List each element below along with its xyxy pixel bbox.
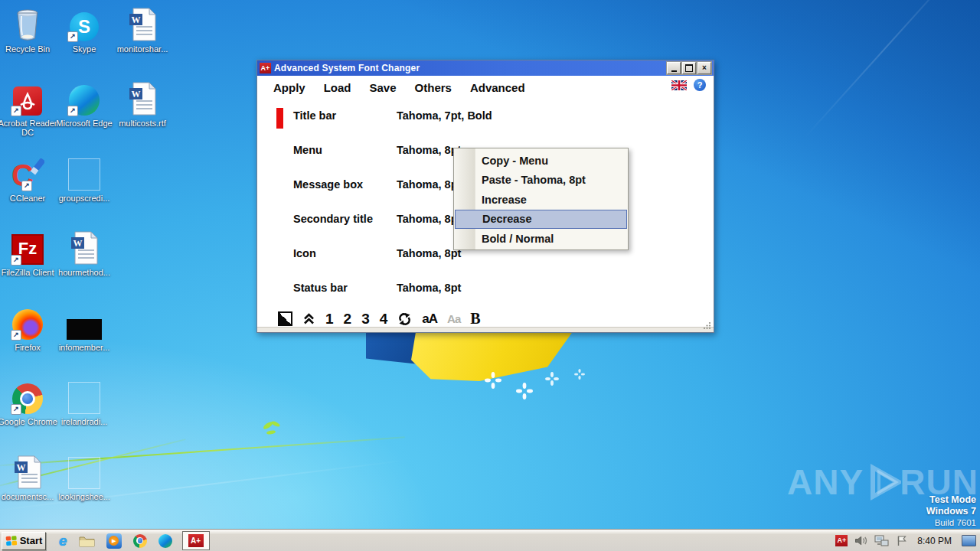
row-label: Message box	[293, 178, 363, 191]
window-menubar: Apply Load Save Others Advanced ?	[257, 76, 714, 99]
desktop-icon-label: multicosts.rtf	[108, 119, 177, 128]
desktop-icon-ccleaner[interactable]: C↗ CCleaner	[0, 155, 55, 203]
windows-logo-icon	[5, 535, 18, 546]
context-item-label: Bold / Normal	[482, 233, 554, 245]
desktop-icon-label: monitorshar...	[108, 44, 177, 54]
context-item-decrease[interactable]: Decrease	[455, 210, 627, 230]
ccleaner-icon: C↗	[0, 155, 55, 191]
filezilla-icon: Fz↗	[0, 230, 55, 265]
shortcut-arrow-icon: ↗	[11, 106, 21, 116]
desktop-icon-filezilla[interactable]: Fz↗ FileZilla Client	[0, 230, 55, 277]
recycle-bin-icon	[0, 6, 55, 41]
preset-3-button[interactable]: 3	[361, 311, 370, 326]
windows-explorer-icon[interactable]	[79, 534, 95, 547]
row-value: Tahoma, 8pt	[397, 213, 461, 225]
increase-font-button[interactable]: aA	[422, 311, 437, 327]
window-titlebar[interactable]: A+ Advanced System Font Changer ×	[257, 60, 714, 76]
start-label: Start	[20, 535, 43, 546]
app-icon: A+	[188, 534, 204, 547]
volume-icon[interactable]	[854, 535, 867, 546]
test-mode-label: Test Mode Windows 7 Build 7601	[926, 494, 976, 529]
row-label: Icon	[293, 247, 316, 259]
media-player-icon[interactable]: ▶	[106, 533, 122, 549]
menu-advanced[interactable]: Advanced	[470, 81, 525, 94]
menu-load[interactable]: Load	[324, 81, 351, 94]
preset-1-button[interactable]: 1	[325, 311, 334, 326]
minimize-button[interactable]	[667, 62, 681, 74]
wallpaper-sparkle-flower	[545, 372, 559, 386]
network-icon[interactable]	[874, 535, 889, 546]
word-document-icon: W	[115, 6, 170, 41]
desktop-icon-label: lookingshee...	[50, 492, 119, 501]
font-changer-taskbar-button[interactable]: A+	[182, 531, 210, 550]
desktop-icon-chrome[interactable]: ↗ Google Chrome	[0, 379, 55, 426]
edge-taskbar-icon[interactable]	[158, 534, 172, 548]
uk-flag-icon[interactable]	[671, 80, 687, 90]
desktop-icon-hourmethod[interactable]: W hourmethod...	[57, 230, 112, 277]
taskbar: Start e ▶ A+ A+ 8:40 PM	[0, 530, 980, 551]
desktop-icon-monitorshar[interactable]: W monitorshar...	[115, 6, 170, 54]
help-icon[interactable]: ?	[694, 79, 706, 91]
shortcut-arrow-icon: ↗	[11, 255, 21, 266]
menu-apply[interactable]: Apply	[273, 81, 305, 94]
context-item-copy[interactable]: Copy - Menu	[454, 151, 628, 171]
row-value: Tahoma, 8pt	[397, 178, 461, 191]
wallpaper-sparkle-flower	[516, 383, 533, 399]
app-icon: A+	[260, 63, 271, 73]
preset-4-button[interactable]: 4	[380, 311, 388, 326]
wallpaper-leaf-sprout	[260, 419, 283, 439]
chevrons-up-icon[interactable]	[302, 312, 315, 325]
context-item-bold-normal[interactable]: Bold / Normal	[454, 229, 628, 249]
chrome-icon: ↗	[0, 379, 55, 414]
decrease-font-button[interactable]: Aa	[447, 312, 460, 325]
window-status-strip	[257, 327, 714, 332]
desktop-icon-infomember[interactable]: infomember...	[57, 305, 112, 352]
maximize-button[interactable]	[682, 62, 696, 74]
contrast-icon[interactable]	[278, 311, 292, 326]
menu-others[interactable]: Others	[415, 81, 452, 94]
desktop-icon-irelandradi[interactable]: irelandradi...	[57, 379, 112, 426]
word-document-icon: W	[57, 230, 112, 265]
svg-text:W: W	[132, 89, 141, 99]
context-item-label: Increase	[482, 194, 527, 206]
desktop-icon-lookingshee[interactable]: lookingshee...	[57, 454, 112, 501]
shortcut-arrow-icon: ↗	[11, 330, 21, 341]
show-desktop-icon[interactable]	[962, 535, 976, 546]
wallpaper-sparkle-flower	[485, 372, 501, 389]
desktop-icon-recycle-bin[interactable]: Recycle Bin	[0, 6, 55, 54]
row-label: Secondary title	[293, 213, 373, 225]
menu-save[interactable]: Save	[370, 81, 397, 94]
preset-2-button[interactable]: 2	[344, 311, 352, 326]
window-title: Advanced System Font Changer	[274, 63, 664, 73]
desktop-icon-documentsc[interactable]: W documentsc...	[0, 454, 55, 501]
taskbar-clock[interactable]: 8:40 PM	[914, 536, 955, 546]
chrome-taskbar-icon[interactable]	[133, 534, 147, 548]
action-center-flag-icon[interactable]	[896, 535, 907, 546]
svg-text:W: W	[17, 462, 26, 473]
internet-explorer-icon[interactable]: e	[59, 533, 67, 549]
context-menu: Copy - Menu Paste - Tahoma, 8pt Increase…	[453, 148, 629, 250]
word-document-icon: W	[0, 454, 55, 489]
quick-launch: e ▶	[59, 533, 172, 549]
font-changer-tray-icon[interactable]: A+	[835, 535, 848, 546]
bold-toggle-button[interactable]: B	[470, 310, 480, 328]
shortcut-arrow-icon: ↗	[21, 181, 32, 191]
font-row-status-bar[interactable]: Status bar Tahoma, 8pt	[257, 282, 714, 297]
desktop-icon-edge[interactable]: ↗ Microsoft Edge	[57, 80, 112, 128]
desktop-icon-multicosts[interactable]: W multicosts.rtf	[115, 80, 170, 128]
start-button[interactable]: Start	[2, 532, 46, 550]
desktop-icon-firefox[interactable]: ↗ Firefox	[0, 305, 55, 352]
refresh-icon[interactable]	[397, 312, 412, 326]
context-item-paste[interactable]: Paste - Tahoma, 8pt	[454, 171, 628, 191]
system-tray: A+ 8:40 PM	[835, 535, 980, 546]
desktop-icon-groupscredi[interactable]: groupscredi...	[57, 155, 112, 203]
window-toolbar: 1 2 3 4 aA Aa B	[257, 309, 714, 328]
resize-grip[interactable]	[703, 321, 711, 330]
desktop-icon-acrobat[interactable]: ↗ Acrobat Reader DC	[0, 80, 55, 137]
desktop-icon-skype[interactable]: S↗ Skype	[57, 6, 112, 54]
desktop-icon-label: infomember...	[50, 343, 119, 352]
close-button[interactable]: ×	[697, 62, 711, 74]
shortcut-arrow-icon: ↗	[11, 404, 21, 415]
font-row-title-bar[interactable]: Title bar Tahoma, 7pt, Bold	[257, 109, 714, 125]
context-item-increase[interactable]: Increase	[454, 190, 628, 210]
